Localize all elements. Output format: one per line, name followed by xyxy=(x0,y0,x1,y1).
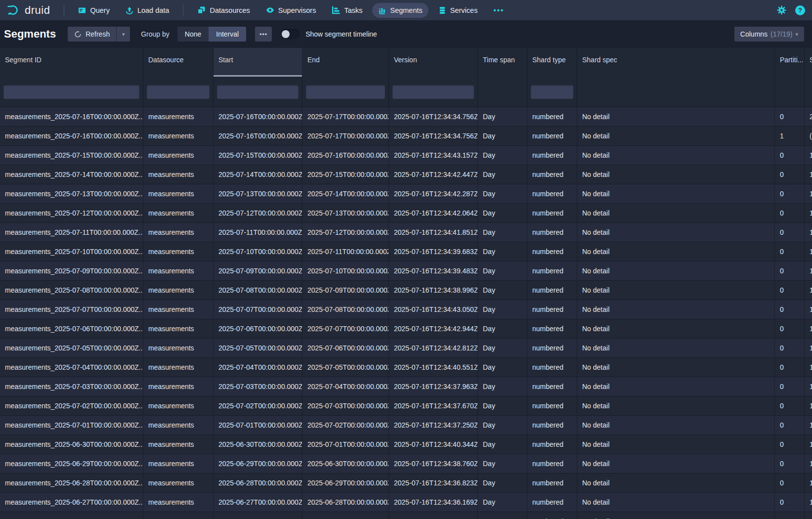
filter-input-datasource[interactable] xyxy=(147,85,210,99)
nav-item-services[interactable]: Services xyxy=(432,3,484,18)
cell-partition: 1 xyxy=(775,127,805,145)
column-header-datasource[interactable]: Datasource xyxy=(143,48,214,77)
brand[interactable]: druid xyxy=(7,4,58,17)
table-body: measurements_2025-07-16T00:00:00.000Z...… xyxy=(0,107,812,519)
cell-partition: 0 xyxy=(775,435,805,454)
cell-shard-type: numbered xyxy=(527,184,577,203)
columns-button[interactable]: Columns (17/19) ▾ xyxy=(734,27,804,42)
filter-input-version[interactable] xyxy=(392,85,474,99)
column-header-time-span[interactable]: Time span xyxy=(478,48,527,77)
table-row[interactable]: measurements_2025-07-06T00:00:00.000Z...… xyxy=(0,319,812,338)
cell-shard-type: numbered xyxy=(527,474,577,492)
filter-input-start[interactable] xyxy=(217,85,299,99)
column-header-partition[interactable]: Partiti... xyxy=(775,48,805,77)
table-row[interactable]: measurements_2025-07-11T00:00:00.000Z...… xyxy=(0,222,812,242)
cell-time-span: Day xyxy=(478,396,527,415)
cell-end: 2025-07-14T00:00:00.000Z xyxy=(302,184,389,203)
refresh-button[interactable]: Refresh xyxy=(68,27,116,42)
query-icon xyxy=(78,6,86,14)
table-row[interactable]: measurements_2025-07-16T00:00:00.000Z...… xyxy=(0,107,812,126)
nav-item-tasks[interactable]: Tasks xyxy=(326,2,368,18)
cell-id: measurements_2025-06-26T00:00:00.000Z... xyxy=(0,512,143,519)
cell-datasource: measurements xyxy=(143,474,214,492)
table-row[interactable]: measurements_2025-07-13T00:00:00.000Z...… xyxy=(0,184,812,203)
cell-end: 2025-07-02T00:00:00.000Z xyxy=(302,416,389,434)
navbar-right: ? xyxy=(777,5,805,15)
refresh-caret-button[interactable]: ▾ xyxy=(116,27,130,42)
table-row[interactable]: measurements_2025-07-01T00:00:00.000Z...… xyxy=(0,415,812,434)
table-row[interactable]: measurements_2025-07-09T00:00:00.000Z...… xyxy=(0,261,812,280)
table-row[interactable]: measurements_2025-07-03T00:00:00.000Z...… xyxy=(0,377,812,396)
cell-time-span: Day xyxy=(478,184,527,203)
cell-size: 1 xyxy=(805,319,812,338)
cell-end: 2025-07-04T00:00:00.000Z xyxy=(302,377,389,396)
table-row[interactable]: measurements_2025-07-14T00:00:00.000Z...… xyxy=(0,165,812,184)
help-icon[interactable]: ? xyxy=(795,5,805,15)
column-header-segment-id[interactable]: Segment ID xyxy=(0,48,143,77)
columns-count: (17/19) xyxy=(770,30,792,38)
column-header-start[interactable]: Start xyxy=(214,48,302,77)
settings-gear-icon[interactable] xyxy=(777,5,786,15)
column-header-end[interactable]: End xyxy=(302,48,389,77)
cell-partition: 0 xyxy=(775,512,805,519)
cell-partition: 0 xyxy=(775,358,805,377)
cell-datasource: measurements xyxy=(143,339,214,357)
cell-end: 2025-06-27T00:00:00.000Z xyxy=(302,512,389,519)
nav-item-segments[interactable]: Segments xyxy=(372,3,428,18)
nav-item-supervisors[interactable]: Supervisors xyxy=(260,2,322,18)
cell-end: 2025-07-17T00:00:00.000Z xyxy=(302,127,389,145)
table-row[interactable]: measurements_2025-07-15T00:00:00.000Z...… xyxy=(0,145,812,165)
table-row[interactable]: measurements_2025-07-02T00:00:00.000Z...… xyxy=(0,396,812,415)
table-row[interactable]: measurements_2025-06-27T00:00:00.000Z...… xyxy=(0,492,812,512)
cell-end: 2025-07-03T00:00:00.000Z xyxy=(302,396,389,415)
cell-shard-type: numbered xyxy=(527,165,577,184)
cell-version: 2025-07-16T12:34:39.683Z xyxy=(389,242,478,261)
filter-input-segment-id[interactable] xyxy=(3,85,139,99)
table-row[interactable]: measurements_2025-07-07T00:00:00.000Z...… xyxy=(0,300,812,319)
group-by-none-button[interactable]: None xyxy=(177,27,209,42)
table-row[interactable]: measurements_2025-06-28T00:00:00.000Z...… xyxy=(0,473,812,492)
cell-size: 1 xyxy=(805,512,812,519)
cell-datasource: measurements xyxy=(143,300,214,319)
filter-input-end[interactable] xyxy=(306,85,385,99)
cell-time-span: Day xyxy=(478,474,527,492)
more-options-button[interactable]: ••• xyxy=(255,27,272,42)
column-header-size[interactable]: S xyxy=(805,48,812,77)
nav-more-button[interactable]: ••• xyxy=(487,2,510,18)
filter-input-shard-type[interactable] xyxy=(531,85,573,99)
table-row[interactable]: measurements_2025-07-05T00:00:00.000Z...… xyxy=(0,338,812,357)
nav-item-label: Datasources xyxy=(210,6,250,14)
column-header-version[interactable]: Version xyxy=(389,48,478,77)
cell-shard-type: numbered xyxy=(527,396,577,415)
column-header-shard-type[interactable]: Shard type xyxy=(527,48,577,77)
nav-item-load-data[interactable]: Load data xyxy=(120,3,175,18)
cell-id: measurements_2025-07-01T00:00:00.000Z... xyxy=(0,416,143,434)
table-row[interactable]: measurements_2025-07-04T00:00:00.000Z...… xyxy=(0,357,812,377)
cell-shard-spec: No detail xyxy=(577,339,775,357)
nav-item-query[interactable]: Query xyxy=(72,3,116,18)
column-header-shard-spec[interactable]: Shard spec xyxy=(577,48,775,77)
nav-item-datasources[interactable]: Datasources xyxy=(191,2,256,18)
cell-partition: 0 xyxy=(775,339,805,357)
cell-shard-type: numbered xyxy=(527,107,577,126)
segment-timeline-toggle[interactable] xyxy=(281,29,299,39)
table-row[interactable]: measurements_2025-07-10T00:00:00.000Z...… xyxy=(0,242,812,261)
cell-start: 2025-06-29T00:00:00.000Z xyxy=(214,454,302,473)
cell-version: 2025-07-16T12:34:38.760Z xyxy=(389,454,478,473)
table-row[interactable]: measurements_2025-06-26T00:00:00.000Z...… xyxy=(0,512,812,519)
group-by-interval-button[interactable]: Interval xyxy=(209,27,246,42)
cell-time-span: Day xyxy=(478,261,527,280)
table-row[interactable]: measurements_2025-07-08T00:00:00.000Z...… xyxy=(0,280,812,300)
cell-time-span: Day xyxy=(478,165,527,184)
nav-item-label: Services xyxy=(450,6,478,14)
cell-partition: 0 xyxy=(775,146,805,165)
cell-shard-type: numbered xyxy=(527,242,577,261)
table-row[interactable]: measurements_2025-07-16T00:00:00.000Z...… xyxy=(0,126,812,145)
table-row[interactable]: measurements_2025-06-29T00:00:00.000Z...… xyxy=(0,454,812,473)
table-row[interactable]: measurements_2025-07-12T00:00:00.000Z...… xyxy=(0,203,812,222)
table-row[interactable]: measurements_2025-06-30T00:00:00.000Z...… xyxy=(0,434,812,454)
cell-time-span: Day xyxy=(478,319,527,338)
cell-id: measurements_2025-07-06T00:00:00.000Z... xyxy=(0,319,143,338)
cell-datasource: measurements xyxy=(143,396,214,415)
cell-partition: 0 xyxy=(775,396,805,415)
